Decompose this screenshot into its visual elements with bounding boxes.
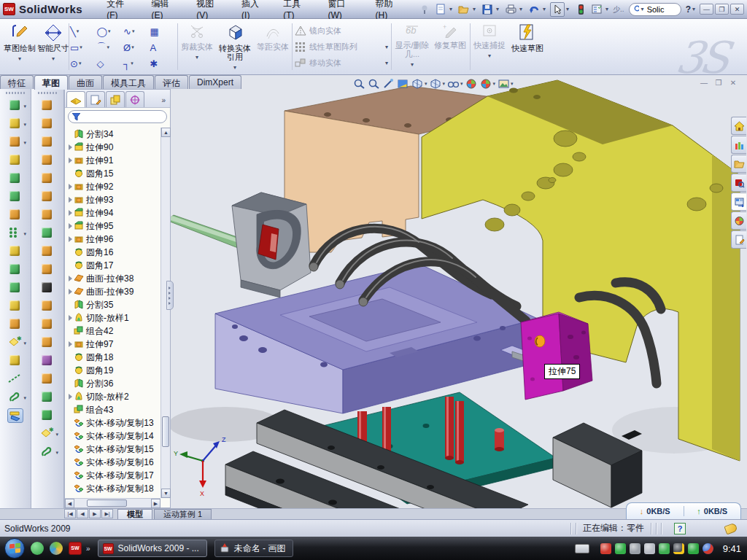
sketch-fillet-icon[interactable]: ┐▾ (123, 55, 150, 71)
tree-hscroll-thumb[interactable] (87, 499, 127, 507)
linear-pattern-button[interactable]: 线性草图阵列▾ (295, 39, 388, 54)
features-tool-icon-7[interactable] (7, 208, 23, 222)
mold-tool-icon-7[interactable] (39, 208, 55, 222)
expand-icon[interactable] (66, 197, 74, 203)
features-tool-icon-10[interactable] (7, 262, 23, 277)
status-help-icon[interactable]: ? (674, 523, 686, 534)
scroll-left-icon[interactable]: ◀ (65, 499, 74, 508)
start-button[interactable] (4, 538, 25, 559)
view-orientation-icon[interactable]: ▾ (430, 78, 446, 90)
slot-icon[interactable]: ⊙▾ (70, 55, 97, 71)
mold-tool-icon-14[interactable] (39, 335, 55, 350)
tree-horizontal-scrollbar[interactable]: ◀ ▶ (65, 498, 160, 508)
graphics-viewport[interactable]: Y Z X ▾▾▾▾▾ — ❐ ✕ 拉伸75 (171, 75, 747, 508)
close-button[interactable]: ✕ (730, 4, 744, 15)
tree-item[interactable]: 圆角18 (65, 351, 160, 364)
expand-icon[interactable] (66, 223, 74, 229)
tree-item[interactable]: 曲面-拉伸38 (65, 272, 160, 285)
view-settings-icon[interactable]: ▾ (498, 78, 514, 90)
network-warning-icon[interactable] (673, 543, 684, 554)
features-tool-icon-18[interactable] (7, 408, 23, 423)
repair-sketch-button[interactable]: + 修复草图 (433, 22, 467, 71)
display-delete-relations-button[interactable]: 6b 显示/删除几...▾ (394, 22, 430, 71)
antivirus-shield-icon[interactable] (615, 543, 626, 554)
features-tool-icon-17[interactable]: ▾ (7, 390, 23, 405)
features-tool-icon-4[interactable] (7, 153, 23, 168)
part-gray-slide[interactable] (232, 192, 311, 298)
task-button-2[interactable]: 未命名 - 画图 (214, 540, 294, 557)
mold-tool-icon-9[interactable] (39, 244, 55, 259)
health-shield-icon[interactable] (688, 543, 699, 554)
messenger-status-icon[interactable] (703, 543, 713, 554)
panel-more-button[interactable]: » (161, 96, 169, 107)
move-entities-button[interactable]: 移动实体▾ (295, 55, 388, 70)
sketch-text-icon[interactable]: A (150, 39, 177, 55)
rebuild-icon[interactable] (573, 2, 588, 17)
smart-dimension-button[interactable]: 智能尺寸▾ (36, 22, 70, 71)
messenger-icon[interactable] (31, 542, 44, 555)
doc-tab-运动算例 1[interactable]: 运动算例 1 (154, 509, 212, 519)
help-button[interactable]: ? (686, 4, 691, 15)
view-palette-tab[interactable] (731, 192, 746, 211)
rectangle-icon[interactable]: ▭▾ (70, 39, 97, 55)
mold-tool-icon-17[interactable] (39, 390, 55, 405)
tree-item[interactable]: 拉伸90 (65, 141, 160, 154)
tree-item[interactable]: 组合42 (65, 324, 160, 338)
ellipse-icon[interactable]: Ø▾ (123, 39, 150, 55)
tree-item[interactable]: 拉伸93 (65, 193, 160, 206)
scroll-up-icon[interactable]: ▲ (161, 128, 171, 137)
tree-item[interactable]: 拉伸94 (65, 206, 160, 219)
tree-item[interactable]: 实体-移动/复制14 (65, 429, 160, 443)
options-icon[interactable] (589, 2, 604, 17)
model-canvas[interactable]: Y Z X (171, 75, 747, 508)
tree-item[interactable]: 拉伸97 (65, 338, 160, 351)
mold-tool-icon-1[interactable] (39, 98, 55, 113)
mold-tool-icon-5[interactable] (39, 171, 55, 186)
expand-icon[interactable] (66, 341, 74, 347)
search-input[interactable] (647, 5, 676, 14)
mold-tool-icon-2[interactable] (39, 117, 55, 131)
tree-item[interactable]: 拉伸91 (65, 154, 160, 167)
task-button-1[interactable]: SWSolidWorks 2009 - ... (98, 540, 207, 557)
pattern-icon[interactable]: ▦ (150, 23, 177, 39)
tree-vertical-scrollbar[interactable]: ▲ ▼ (160, 128, 170, 498)
file-explorer-tab[interactable] (731, 155, 746, 173)
tree-item[interactable]: 曲面-拉伸39 (65, 285, 160, 298)
tab-模具工具[interactable]: 模具工具 (103, 75, 154, 89)
save-icon[interactable] (480, 2, 495, 17)
mold-tool-icon-13[interactable] (39, 317, 55, 332)
doc-minimize-icon[interactable]: — (699, 79, 709, 88)
expand-icon[interactable] (66, 210, 74, 216)
features-tool-icon-1[interactable]: ▾ (7, 98, 23, 113)
expand-icon[interactable] (66, 158, 74, 163)
tab-曲面[interactable]: 曲面 (69, 75, 102, 89)
hide-show-items-icon[interactable]: ▾ (447, 78, 463, 90)
doc-restore-icon[interactable]: ❐ (713, 79, 724, 88)
open-icon[interactable] (457, 2, 471, 17)
expand-icon[interactable] (66, 184, 74, 190)
scroll-right-icon[interactable]: ▶ (151, 499, 160, 508)
search-box[interactable]: ▾ (629, 3, 681, 16)
mold-tool-icon-8[interactable] (39, 226, 55, 241)
previous-view-icon[interactable] (382, 78, 395, 90)
mold-tool-icon-19[interactable]: ✱▾ (39, 427, 55, 441)
tree-item[interactable]: 拉伸96 (65, 233, 160, 246)
expand-icon[interactable] (66, 236, 74, 242)
tree-item[interactable]: 实体-移动/复制13 (65, 416, 160, 429)
tree-item[interactable]: 圆角19 (65, 364, 160, 377)
zoom-fit-icon[interactable] (353, 78, 365, 90)
tree-item[interactable]: 圆角17 (65, 259, 160, 272)
tree-item[interactable]: 拉伸95 (65, 219, 160, 233)
tree-vscroll-thumb[interactable] (162, 416, 169, 447)
trim-entities-button[interactable]: 剪裁实体▾ (180, 22, 214, 71)
features-tool-icon-8[interactable]: ▾ (7, 226, 23, 241)
features-tool-icon-2[interactable]: ▾ (7, 117, 23, 131)
doc-nav-1[interactable]: ◀ (77, 509, 88, 518)
features-tool-icon-6[interactable] (7, 190, 23, 204)
print-icon[interactable] (503, 2, 518, 17)
mold-tool-icon-18[interactable] (39, 408, 55, 423)
tree-filter-input[interactable] (83, 112, 163, 121)
display-style-icon[interactable]: ▾ (411, 78, 427, 90)
convert-entities-button[interactable]: 转换实体引用▾ (217, 22, 253, 71)
solidworks-search-tab[interactable] (731, 174, 746, 192)
